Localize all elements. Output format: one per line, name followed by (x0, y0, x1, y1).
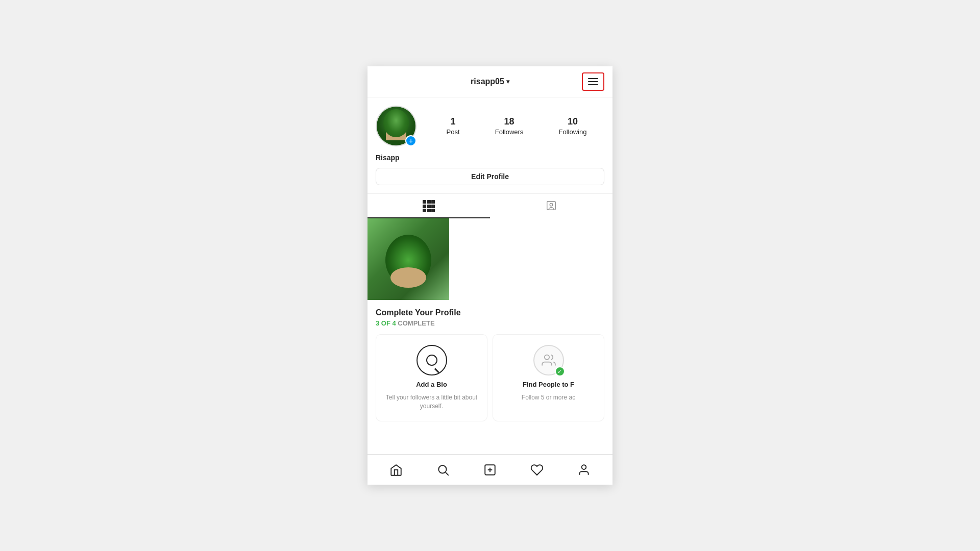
search-nav-icon (436, 463, 450, 477)
followers-label: Followers (495, 128, 524, 136)
heart-icon (530, 463, 544, 477)
find-people-description: Follow 5 or more ac (522, 393, 575, 402)
nav-home[interactable] (385, 459, 407, 481)
following-count: 10 (568, 116, 578, 127)
bottom-nav (368, 454, 612, 485)
stats-container: 1 Post 18 Followers 10 Following (429, 116, 604, 136)
find-people-icon-circle: ✓ (533, 345, 564, 375)
posts-section (368, 218, 612, 300)
scroll-content: + 1 Post 18 Followers 10 Following (368, 97, 612, 461)
stat-followers[interactable]: 18 Followers (495, 116, 524, 136)
find-people-card[interactable]: ✓ Find People to F Follow 5 or more ac (493, 334, 604, 421)
tab-tagged[interactable] (490, 194, 612, 218)
menu-button[interactable] (582, 72, 604, 91)
add-bio-card[interactable]: Add a Bio Tell your followers a little b… (376, 334, 487, 421)
menu-line-3 (588, 84, 598, 85)
display-name: Risapp (376, 154, 604, 162)
grid-view-icon (423, 200, 435, 212)
tabs-container (368, 193, 612, 218)
add-bio-title: Add a Bio (416, 381, 447, 388)
header-username-area[interactable]: risapp05 ▾ (471, 77, 509, 86)
profile-nav-icon (577, 463, 591, 477)
header: risapp05 ▾ (368, 66, 612, 97)
post-thumbnail-1[interactable] (368, 218, 449, 300)
home-icon (389, 463, 403, 477)
bio-icon-circle (416, 345, 447, 375)
add-bio-description: Tell your followers a little bit about y… (383, 393, 480, 411)
menu-line-2 (588, 81, 598, 82)
complete-profile-section: Complete Your Profile 3 OF 4 COMPLETE Ad… (368, 300, 612, 421)
svg-rect-0 (547, 202, 556, 210)
progress-rest: COMPLETE (396, 319, 435, 327)
svg-point-2 (544, 355, 549, 360)
svg-point-3 (438, 465, 446, 473)
add-post-icon (483, 463, 497, 477)
profile-top: + 1 Post 18 Followers 10 Following (376, 106, 604, 146)
phone-container: risapp05 ▾ + (368, 66, 612, 485)
nav-add[interactable] (479, 459, 501, 481)
find-people-title: Find People to F (523, 381, 574, 388)
cards-row: Add a Bio Tell your followers a little b… (376, 334, 604, 421)
following-label: Following (558, 128, 586, 136)
posts-count: 1 (451, 116, 456, 127)
stat-following[interactable]: 10 Following (558, 116, 586, 136)
edit-profile-button[interactable]: Edit Profile (376, 168, 604, 185)
nav-search[interactable] (432, 459, 454, 481)
complete-profile-title: Complete Your Profile (376, 308, 604, 317)
followers-count: 18 (504, 116, 514, 127)
nav-activity[interactable] (526, 459, 548, 481)
stat-posts[interactable]: 1 Post (447, 116, 460, 136)
menu-line-1 (588, 78, 598, 79)
bottom-spacer (368, 421, 612, 432)
tab-grid[interactable] (368, 194, 490, 218)
svg-point-8 (582, 465, 586, 469)
avatar-container[interactable]: + (376, 106, 416, 146)
nav-profile[interactable] (573, 459, 595, 481)
svg-point-1 (550, 203, 553, 206)
posts-label: Post (447, 128, 460, 136)
add-story-button[interactable]: + (405, 135, 416, 146)
header-username-text: risapp05 (471, 77, 504, 86)
completed-check-icon: ✓ (555, 366, 565, 377)
people-icon (542, 353, 556, 367)
svg-line-4 (446, 472, 449, 475)
search-bio-icon (426, 355, 437, 366)
tagged-posts-icon (546, 200, 557, 211)
profile-section: + 1 Post 18 Followers 10 Following (368, 97, 612, 185)
complete-profile-progress: 3 OF 4 COMPLETE (376, 319, 604, 327)
username-chevron-icon: ▾ (506, 78, 509, 85)
progress-highlight: 3 OF 4 (376, 319, 396, 327)
